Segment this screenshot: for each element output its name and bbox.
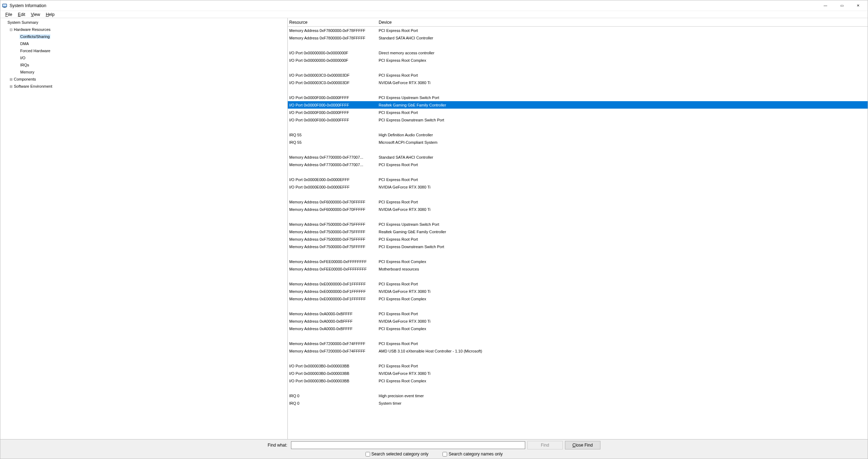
table-row[interactable]: Memory Address 0xA0000-0xBFFFFPCI Expres…: [288, 310, 868, 317]
cell-device: PCI Express Upstream Switch Port: [377, 95, 519, 100]
tree-node-hardware-resources[interactable]: ⊟Hardware Resources: [0, 26, 287, 33]
find-button[interactable]: Find: [527, 441, 563, 449]
table-row[interactable]: Memory Address 0xF7700000-0xF77007...Sta…: [288, 153, 868, 161]
tree-node-dma[interactable]: ·DMA: [0, 40, 287, 47]
list-header: Resource Device: [288, 18, 868, 27]
table-row[interactable]: Memory Address 0xFEE00000-0xFFFFFFFFMoth…: [288, 265, 868, 273]
cell-device: NVIDIA GeForce RTX 3080 Ti: [377, 289, 519, 294]
table-row[interactable]: Memory Address 0xFEE00000-0xFFFFFFFFPCI …: [288, 258, 868, 265]
list-spacer: [288, 355, 868, 362]
table-row[interactable]: I/O Port 0x0000F000-0x0000FFFFRealtek Ga…: [288, 101, 868, 109]
table-row[interactable]: Memory Address 0xF7800000-0xF78FFFFFPCI …: [288, 27, 868, 34]
cell-resource: I/O Port 0x000003B0-0x000003BB: [288, 371, 377, 376]
cell-resource: Memory Address 0xF6000000-0xF70FFFFF: [288, 200, 377, 204]
cell-resource: Memory Address 0xE0000000-0xF1FFFFFF: [288, 282, 377, 286]
tree-node-forced-hardware[interactable]: ·Forced Hardware: [0, 47, 287, 54]
minimize-button[interactable]: —: [817, 0, 834, 11]
maximize-button[interactable]: ▭: [834, 0, 850, 11]
table-row[interactable]: I/O Port 0x000003C0-0x000003DFNVIDIA GeF…: [288, 79, 868, 86]
tree-node-components[interactable]: ⊞Components: [0, 76, 287, 83]
cell-resource: I/O Port 0x0000F000-0x0000FFFF: [288, 118, 377, 122]
menu-view[interactable]: View: [28, 12, 43, 17]
table-row[interactable]: Memory Address 0xF6000000-0xF70FFFFFNVID…: [288, 206, 868, 213]
table-row[interactable]: IRQ 0High precision event timer: [288, 392, 868, 399]
column-header-device[interactable]: Device: [377, 20, 519, 25]
cell-resource: Memory Address 0xE0000000-0xF1FFFFFF: [288, 297, 377, 301]
table-row[interactable]: IRQ 0System timer: [288, 399, 868, 407]
tree-node-software-environment[interactable]: ⊞Software Environment: [0, 83, 287, 90]
find-input[interactable]: [291, 441, 525, 449]
cell-device: AMD USB 3.10 eXtensible Host Controller …: [377, 349, 519, 353]
table-row[interactable]: IRQ 55High Definition Audio Controller: [288, 131, 868, 138]
search-selected-checkbox-input[interactable]: [366, 452, 370, 457]
cell-device: PCI Express Root Port: [377, 237, 519, 241]
cell-resource: IRQ 0: [288, 401, 377, 405]
cell-resource: Memory Address 0xFEE00000-0xFFFFFFFF: [288, 267, 377, 271]
list-spacer: [288, 250, 868, 258]
list-spacer: [288, 213, 868, 220]
tree-node-conflicts-sharing[interactable]: ·Conflicts/Sharing: [0, 33, 287, 40]
table-row[interactable]: Memory Address 0xA0000-0xBFFFFNVIDIA GeF…: [288, 317, 868, 325]
table-row[interactable]: Memory Address 0xF7200000-0xF74FFFFFAMD …: [288, 347, 868, 355]
titlebar[interactable]: System Information — ▭ ✕: [0, 0, 868, 11]
table-row[interactable]: Memory Address 0xF7500000-0xF75FFFFFPCI …: [288, 220, 868, 228]
menu-edit[interactable]: Edit: [15, 12, 28, 17]
table-row[interactable]: I/O Port 0x000003B0-0x000003BBPCI Expres…: [288, 377, 868, 384]
close-button[interactable]: ✕: [850, 0, 866, 11]
table-row[interactable]: I/O Port 0x00000000-0x0000000FPCI Expres…: [288, 56, 868, 64]
table-row[interactable]: I/O Port 0x000003B0-0x000003BBNVIDIA GeF…: [288, 370, 868, 377]
cell-device: PCI Express Root Port: [377, 341, 519, 346]
tree-node-irqs[interactable]: ·IRQs: [0, 61, 287, 69]
cell-device: PCI Express Root Port: [377, 364, 519, 368]
table-row[interactable]: IRQ 55Microsoft ACPI-Compliant System: [288, 138, 868, 146]
cell-resource: IRQ 55: [288, 133, 377, 137]
cell-device: PCI Express Root Port: [377, 110, 519, 115]
column-header-resource[interactable]: Resource: [288, 20, 377, 25]
table-row[interactable]: Memory Address 0xF7800000-0xF78FFFFFStan…: [288, 34, 868, 42]
table-row[interactable]: I/O Port 0x000003C0-0x000003DFPCI Expres…: [288, 71, 868, 79]
search-names-checkbox-input[interactable]: [443, 452, 447, 457]
tree-node-label: IRQs: [20, 63, 30, 67]
cell-resource: I/O Port 0x0000E000-0x0000EFFF: [288, 185, 377, 189]
table-row[interactable]: I/O Port 0x0000F000-0x0000FFFFPCI Expres…: [288, 116, 868, 124]
cell-resource: I/O Port 0x0000F000-0x0000FFFF: [288, 110, 377, 115]
table-row[interactable]: Memory Address 0xE0000000-0xF1FFFFFFPCI …: [288, 280, 868, 288]
tree-pane[interactable]: ·System Summary⊟Hardware Resources·Confl…: [0, 18, 288, 439]
table-row[interactable]: Memory Address 0xE0000000-0xF1FFFFFFNVID…: [288, 288, 868, 295]
table-row[interactable]: Memory Address 0xF6000000-0xF70FFFFFPCI …: [288, 198, 868, 206]
cell-resource: I/O Port 0x000003C0-0x000003DF: [288, 81, 377, 85]
search-selected-checkbox[interactable]: Search selected category only: [366, 452, 429, 457]
menu-help[interactable]: Help: [43, 12, 57, 17]
table-row[interactable]: Memory Address 0xE0000000-0xF1FFFFFFPCI …: [288, 295, 868, 302]
close-find-button[interactable]: Close Find: [565, 441, 600, 449]
search-names-checkbox[interactable]: Search category names only: [443, 452, 502, 457]
table-row[interactable]: Memory Address 0xF7500000-0xF75FFFFFPCI …: [288, 243, 868, 250]
table-row[interactable]: Memory Address 0xA0000-0xBFFFFPCI Expres…: [288, 325, 868, 332]
table-row[interactable]: Memory Address 0xF7700000-0xF77007...PCI…: [288, 161, 868, 168]
menu-file[interactable]: File: [2, 12, 15, 17]
table-row[interactable]: I/O Port 0x000003B0-0x000003BBPCI Expres…: [288, 362, 868, 370]
table-row[interactable]: I/O Port 0x0000F000-0x0000FFFFPCI Expres…: [288, 94, 868, 101]
table-row[interactable]: I/O Port 0x0000E000-0x0000EFFFNVIDIA GeF…: [288, 183, 868, 191]
list-body[interactable]: Memory Address 0xF7800000-0xF78FFFFFPCI …: [288, 27, 868, 439]
table-row[interactable]: I/O Port 0x00000000-0x0000000FDirect mem…: [288, 49, 868, 56]
list-spacer: [288, 332, 868, 340]
tree-node-system-summary[interactable]: ·System Summary: [0, 19, 287, 26]
tree-node-memory[interactable]: ·Memory: [0, 69, 287, 76]
tree-node-i-o[interactable]: ·I/O: [0, 54, 287, 61]
tree-node-label: System Summary: [7, 20, 39, 24]
cell-device: PCI Express Root Port: [377, 163, 519, 167]
table-row[interactable]: Memory Address 0xF7500000-0xF75FFFFFReal…: [288, 228, 868, 235]
table-row[interactable]: Memory Address 0xF7200000-0xF74FFFFFPCI …: [288, 340, 868, 347]
table-row[interactable]: Memory Address 0xF7500000-0xF75FFFFFPCI …: [288, 235, 868, 243]
cell-device: PCI Express Root Port: [377, 312, 519, 316]
collapse-icon[interactable]: ⊟: [9, 28, 13, 32]
tree-node-label: Memory: [20, 70, 35, 74]
expand-icon[interactable]: ⊞: [9, 77, 13, 81]
expand-icon[interactable]: ⊞: [9, 84, 13, 88]
cell-device: System timer: [377, 401, 519, 405]
table-row[interactable]: I/O Port 0x0000E000-0x0000EFFFPCI Expres…: [288, 176, 868, 183]
cell-resource: Memory Address 0xF7200000-0xF74FFFFF: [288, 349, 377, 353]
table-row[interactable]: I/O Port 0x0000F000-0x0000FFFFPCI Expres…: [288, 109, 868, 116]
cell-device: PCI Express Root Port: [377, 177, 519, 182]
